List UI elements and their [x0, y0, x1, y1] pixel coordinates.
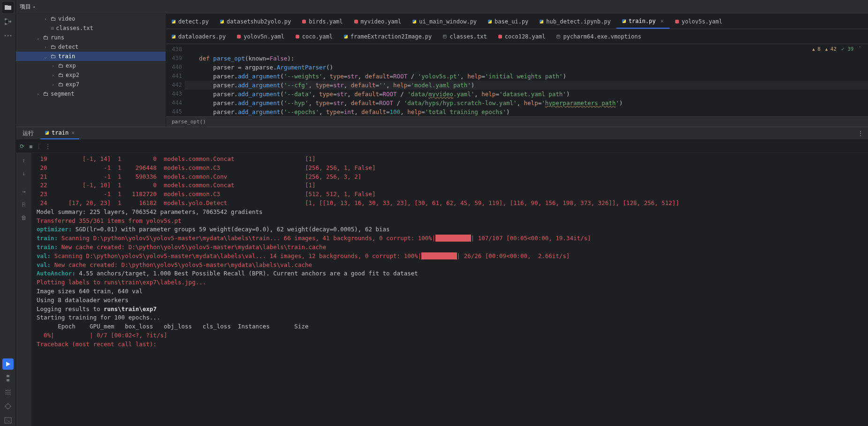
- run-tab-label: train: [52, 129, 69, 136]
- svg-point-6: [6, 390, 7, 391]
- tab-label: frameExtraction2Image.py: [350, 33, 432, 40]
- tab-dataloaders[interactable]: dataloaders.py: [166, 29, 231, 44]
- tab-coco128[interactable]: coco128.yaml: [493, 29, 551, 44]
- up-stack-icon[interactable]: ↑: [18, 155, 30, 166]
- python-console-icon[interactable]: [2, 373, 14, 384]
- python-icon: [45, 131, 49, 135]
- editor-tabs-row2[interactable]: dataloaders.pyyolov5n.yamlcoco.yamlframe…: [166, 29, 868, 44]
- python-icon: [622, 19, 626, 23]
- yaml-icon: [296, 35, 299, 38]
- text-icon: [443, 35, 447, 38]
- folder-icon: 🗀: [43, 91, 49, 97]
- tab-vmopt[interactable]: pycharm64.exe.vmoptions: [551, 29, 647, 44]
- run-tab-train[interactable]: train ×: [40, 127, 79, 139]
- tab-label: yolov5s.yaml: [682, 18, 723, 25]
- code-editor[interactable]: 8 42 39 ˆ 438439440441442443444445 def p…: [166, 44, 868, 116]
- tab-label: base_ui.py: [495, 18, 528, 25]
- tree-folder-segment[interactable]: › 🗀 segment: [16, 89, 166, 99]
- folder-icon: 🗀: [43, 34, 49, 41]
- project-tree[interactable]: › 🗀 video ≡ classes.txt ⌄ 🗀 runs › 🗀 det…: [16, 14, 166, 127]
- chevron-right-icon: ›: [35, 91, 41, 97]
- tab-label: yolov5n.yaml: [244, 33, 284, 40]
- tree-file-classes[interactable]: ≡ classes.txt: [16, 23, 166, 33]
- tab-label: coco128.yaml: [505, 33, 546, 40]
- chevron-down-icon: ⌄: [42, 54, 49, 59]
- tree-label: detect: [58, 44, 78, 50]
- chevron-up-icon: ˆ: [858, 46, 861, 52]
- yaml-icon: [498, 35, 502, 38]
- stop-button[interactable]: ◼: [29, 143, 32, 150]
- rerun-button[interactable]: ⟳: [20, 143, 24, 150]
- tab-label: dataloaders.py: [178, 33, 226, 40]
- tab-uimain[interactable]: ui_main_window.py: [407, 14, 482, 29]
- tree-folder-exp2[interactable]: › 🗀 exp2: [16, 70, 166, 80]
- svg-point-4: [7, 35, 8, 37]
- tab-hubdet[interactable]: hub_detect.ipynb.py: [534, 14, 616, 29]
- tab-classes[interactable]: classes.txt: [437, 29, 492, 44]
- tree-folder-video[interactable]: › 🗀 video: [16, 14, 166, 23]
- tab-label: birds.yaml: [309, 18, 343, 25]
- tab-label: ui_main_window.py: [419, 18, 477, 25]
- soft-wrap-icon[interactable]: ⇥: [18, 186, 30, 197]
- tree-folder-exp7[interactable]: › 🗀 exp7: [16, 80, 166, 89]
- chevron-down-icon: ⌄: [35, 35, 41, 40]
- close-icon[interactable]: ×: [71, 129, 75, 136]
- tab-label: datasetshub2yolo.py: [227, 18, 291, 25]
- clear-icon[interactable]: 🗑: [18, 212, 30, 223]
- tab-trainpy[interactable]: train.py×: [617, 14, 670, 29]
- python-icon: [220, 20, 224, 23]
- tree-folder-train[interactable]: ⌄ 🗀 train: [16, 52, 166, 61]
- terminal-tool-icon[interactable]: [2, 415, 14, 426]
- tree-folder-detect[interactable]: › 🗀 detect: [16, 42, 166, 52]
- code-content[interactable]: def parse_opt(known=False): parser = arg…: [185, 44, 868, 116]
- tab-label: pycharm64.exe.vmoptions: [563, 33, 641, 40]
- editor-tabs-row1[interactable]: detect.pydatasetshub2yolo.pybirds.yamlmy…: [166, 14, 868, 29]
- tab-birds[interactable]: birds.yaml: [297, 14, 348, 29]
- tab-myvideo[interactable]: myvideo.yaml: [349, 14, 407, 29]
- warning-count: 8: [812, 46, 820, 52]
- close-icon[interactable]: ×: [660, 18, 663, 24]
- tree-label: runs: [51, 34, 64, 41]
- folder-icon: 🗀: [58, 62, 64, 69]
- down-stack-icon[interactable]: ↓: [18, 168, 30, 179]
- svg-rect-0: [5, 18, 7, 20]
- tab-label: myvideo.yaml: [361, 18, 402, 25]
- python-icon: [172, 20, 175, 23]
- tab-label: detect.py: [178, 18, 209, 25]
- tree-folder-exp[interactable]: › 🗀 exp: [16, 61, 166, 70]
- more-actions-icon[interactable]: ⋮: [45, 143, 51, 150]
- python-icon: [540, 20, 543, 23]
- tab-yolov5n[interactable]: yolov5n.yaml: [231, 29, 290, 44]
- structure-tool-icon[interactable]: [2, 16, 14, 27]
- tab-detect[interactable]: detect.py: [166, 14, 214, 29]
- tree-label: exp: [66, 62, 76, 69]
- services-icon[interactable]: [2, 387, 14, 398]
- project-tool-icon[interactable]: [2, 2, 14, 13]
- folder-icon: 🗀: [51, 15, 56, 22]
- scroll-end-icon[interactable]: ⎘: [18, 199, 30, 210]
- breadcrumb-text: parse_opt(): [172, 119, 206, 125]
- yaml-icon: [302, 20, 306, 23]
- run-icon[interactable]: [2, 358, 14, 370]
- tab-coco[interactable]: coco.yaml: [290, 29, 338, 44]
- chevron-right-icon: ›: [50, 63, 56, 68]
- debug-tool-icon[interactable]: [2, 401, 14, 412]
- more-icon[interactable]: ⋮: [858, 130, 868, 137]
- file-icon: ≡: [51, 25, 54, 31]
- project-dropdown[interactable]: 项目 ▾: [20, 3, 35, 11]
- python-icon: [172, 35, 175, 38]
- tab-datasetshub[interactable]: datasetshub2yolo.py: [214, 14, 297, 29]
- tree-folder-runs[interactable]: ⌄ 🗀 runs: [16, 33, 166, 42]
- tab-baseui[interactable]: base_ui.py: [482, 14, 534, 29]
- inspection-widget[interactable]: 8 42 39 ˆ: [812, 46, 861, 52]
- tab-yolov5s[interactable]: yolov5s.yaml: [670, 14, 728, 29]
- svg-rect-1: [5, 23, 7, 25]
- python-icon: [488, 20, 492, 23]
- text-icon: [556, 35, 560, 38]
- more-tool-icon[interactable]: [2, 30, 14, 41]
- tree-label: exp7: [66, 81, 79, 88]
- console-output[interactable]: 19 [-1, 14] 1 0 models.common.Concat [1]…: [32, 153, 868, 426]
- breadcrumb[interactable]: parse_opt(): [166, 116, 868, 127]
- tree-label: exp2: [66, 72, 79, 78]
- tab-frameext[interactable]: frameExtraction2Image.py: [338, 29, 437, 44]
